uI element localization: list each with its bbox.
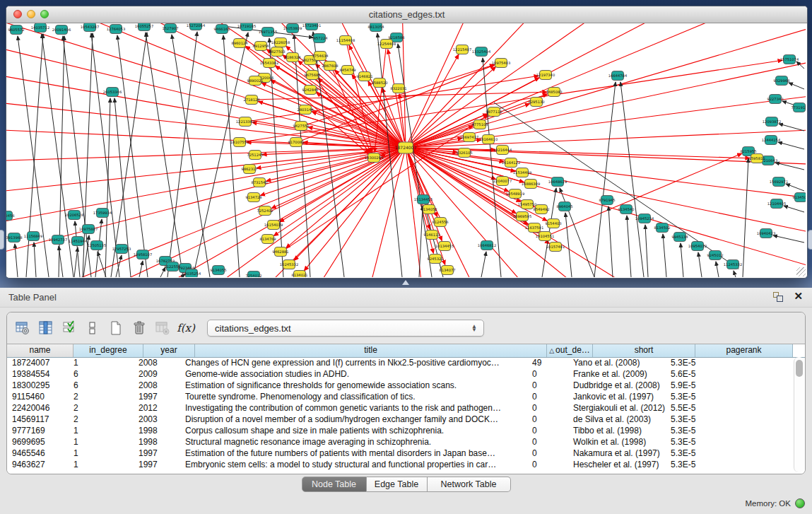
network-node[interactable]: 9134502 [792,193,806,202]
table-row[interactable]: 969969511998Structural magnetic resonanc… [7,436,794,448]
network-node[interactable]: 18107550 [230,138,249,147]
network-node[interactable]: 20206528 [65,211,83,220]
network-node[interactable]: 15751074 [780,55,799,64]
edge-black[interactable] [193,33,248,277]
edge-black[interactable] [481,252,486,277]
table-row[interactable]: 1456911722003Disruption of a novel membe… [7,414,794,425]
show-columns-button[interactable] [37,320,54,337]
network-node[interactable]: 9134055 [210,266,226,275]
network-node[interactable]: 12104405 [767,199,786,209]
network-node[interactable]: 9146821 [356,72,372,81]
network-node[interactable]: 18226058 [271,38,290,47]
tab-node-table[interactable]: Node Table [302,477,367,492]
network-node[interactable]: 13325404 [472,47,491,57]
network-node[interactable]: 9146113 [423,230,440,240]
network-node[interactable]: 9877110 [486,107,502,117]
network-node[interactable]: 9945134 [671,233,688,242]
network-node[interactable]: 8960124 [231,39,248,48]
float-window-icon[interactable] [773,292,784,303]
network-node[interactable]: 9227343 [767,95,783,104]
network-node[interactable]: 9890021 [247,76,263,86]
function-builder-button[interactable]: f(x) [177,320,194,337]
table-selector[interactable]: citations_edges.txt ▲▼ [207,320,484,337]
edge-red[interactable] [28,148,406,277]
vertical-scrollbar[interactable] [794,357,804,472]
network-node[interactable]: 8775105 [471,120,488,129]
network-node[interactable]: 9245012 [707,251,723,260]
edge-black[interactable] [160,267,165,277]
edge-red[interactable] [406,23,806,148]
edge-red[interactable] [294,152,400,260]
network-node[interactable]: 12444154 [762,136,781,145]
network-node[interactable]: 7254012 [245,271,261,278]
network-node[interactable]: 10648619 [548,177,567,187]
network-node[interactable]: 14035712 [31,23,49,33]
edge-black[interactable] [681,243,683,277]
edge-black[interactable] [698,252,702,277]
network-node[interactable]: 9134728 [245,193,261,202]
close-panel-icon[interactable]: ✕ [794,290,803,303]
network-node[interactable]: 1595810 [748,154,765,163]
edge-black[interactable] [608,206,613,277]
network-node[interactable]: 10548919 [506,189,524,199]
network-node[interactable]: 9462881 [272,247,288,257]
column-header-pagerank[interactable]: pagerank [695,344,793,357]
network-node[interactable]: 8186328 [284,53,300,62]
network-node[interactable]: 2803144 [297,105,314,115]
edge-black[interactable] [789,83,804,89]
network-node[interactable]: 8791945 [599,196,615,205]
edge-black[interactable] [716,262,719,277]
edge-red[interactable] [6,148,406,193]
network-node[interactable]: 12215407 [453,45,471,54]
network-node[interactable]: 8964045 [556,202,572,211]
edge-red[interactable] [6,101,406,148]
edge-black[interactable] [620,82,644,277]
network-node[interactable]: 8731540 [251,178,267,187]
network-node[interactable]: 1754634 [312,52,329,61]
splitter-grip-icon[interactable] [402,280,409,285]
network-node[interactable]: 10543287 [81,23,99,32]
network-node[interactable]: 9862317 [241,165,257,174]
edge-black[interactable] [34,243,36,277]
network-node[interactable]: 11534409 [513,168,531,177]
edge-black[interactable] [773,235,804,243]
network-node[interactable]: 17359934 [93,209,112,218]
table-row[interactable]: 911546021997Tourette syndrome. Phenomeno… [7,391,794,402]
network-node[interactable]: 15692971 [770,177,788,187]
network-node[interactable]: 9134052 [420,205,437,214]
memory-status-icon[interactable] [795,498,805,508]
edge-black[interactable] [111,33,147,277]
network-node[interactable]: 9245321 [427,255,443,264]
network-node[interactable]: 9134540 [618,205,634,214]
network-node[interactable]: 13216444 [493,146,512,155]
table-row[interactable]: 1938455462009Genome-wide association stu… [7,368,794,380]
column-header-title[interactable]: title [195,344,547,357]
delete-column-button[interactable] [131,320,148,337]
edge-black[interactable] [105,98,110,277]
network-node[interactable]: 2718126 [243,95,259,105]
network-node[interactable]: 16055257 [135,23,153,31]
network-node[interactable]: 16971355 [259,28,277,37]
network-node[interactable]: 9427552 [293,122,309,131]
edge-black[interactable] [784,206,804,212]
network-node[interactable]: 9329966 [773,76,789,86]
network-node[interactable]: 10646812 [478,241,496,250]
network-canvas[interactable]: 9605572140357122009140610543287127640531… [6,23,806,277]
network-node[interactable]: 1588520 [371,78,387,88]
network-node[interactable]: 2867608 [322,62,338,71]
right-panel-handle[interactable] [808,230,812,250]
network-node[interactable]: 9154403 [545,219,561,228]
edge-black[interactable] [627,216,631,277]
column-header-in_degree[interactable]: in_degree [73,344,143,357]
network-node[interactable]: 10954032 [688,242,707,251]
network-node[interactable]: 11451944 [69,237,88,246]
tab-edge-table[interactable]: Edge Table [367,477,428,492]
network-node[interactable]: 12505135 [88,241,106,250]
network-node[interactable]: 16644784 [608,71,628,81]
edge-black[interactable] [786,184,804,191]
table-row[interactable]: 2242004622012Investigating the contribut… [7,402,794,414]
network-node[interactable]: 8295130 [528,98,544,107]
network-node[interactable]: 8170081 [288,138,304,147]
network-node[interactable]: 9827503 [269,47,285,57]
network-node[interactable]: 8454749 [339,66,355,75]
